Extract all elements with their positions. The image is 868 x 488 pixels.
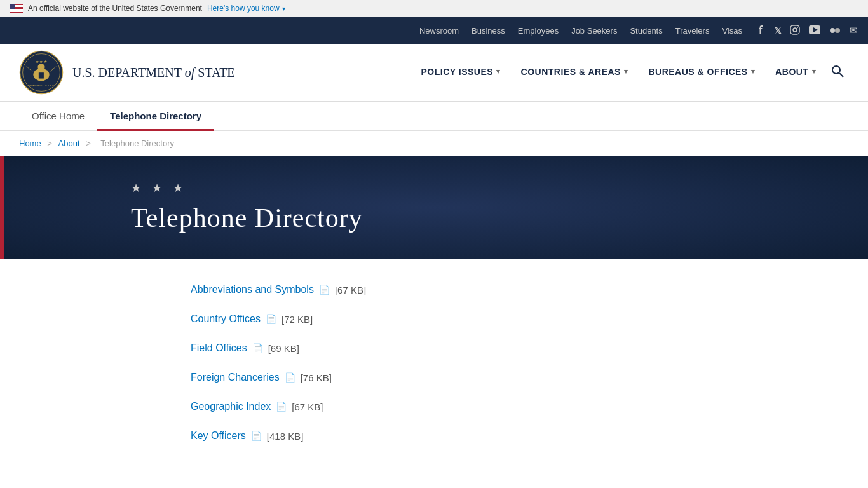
site-header: ★ ★ ★ DEPARTMENT OF STATE U.S. DEPARTMEN… xyxy=(0,44,868,102)
svg-point-9 xyxy=(793,28,797,32)
breadcrumb-separator-2: > xyxy=(86,139,93,148)
tab-telephone-directory[interactable]: Telephone Directory xyxy=(97,102,214,131)
heres-how-you-know-link[interactable]: Here's how you know ▾ xyxy=(207,4,285,13)
pdf-icon-country-offices: 📄 xyxy=(266,314,276,324)
country-offices-link[interactable]: Country Offices xyxy=(191,313,261,325)
svg-point-14 xyxy=(835,28,840,33)
file-size-country-offices: [72 KB] xyxy=(281,314,313,325)
nav-about[interactable]: ABOUT ▾ xyxy=(765,62,826,84)
svg-rect-7 xyxy=(10,4,15,9)
svg-rect-6 xyxy=(10,11,23,12)
gov-banner: An official website of the United States… xyxy=(0,0,868,17)
svg-text:DEPARTMENT OF STATE: DEPARTMENT OF STATE xyxy=(28,85,55,87)
nav-policy-issues[interactable]: POLICY ISSUES ▾ xyxy=(410,62,510,84)
youtube-icon[interactable] xyxy=(809,25,820,36)
top-nav: Newsroom Business Employees Job Seekers … xyxy=(0,17,868,44)
page-title: Telephone Directory xyxy=(131,203,363,233)
svg-point-18 xyxy=(37,64,44,71)
countries-areas-chevron-icon: ▾ xyxy=(624,67,628,76)
file-size-field-offices: [69 KB] xyxy=(268,343,299,354)
geographic-index-link[interactable]: Geographic Index xyxy=(191,401,271,412)
dept-name: U.S. DEPARTMENT of STATE xyxy=(72,65,235,80)
doc-link-country-offices: Country Offices 📄 [72 KB] xyxy=(191,313,849,325)
pdf-icon-key-officers: 📄 xyxy=(251,431,262,441)
breadcrumb-about-link[interactable]: About xyxy=(58,139,80,148)
svg-point-22 xyxy=(832,66,840,74)
heres-how-link-text: Here's how you know xyxy=(207,4,280,13)
doc-link-abbreviations: Abbreviations and Symbols 📄 [67 KB] xyxy=(191,284,849,295)
gov-banner-text: An official website of the United States… xyxy=(28,4,202,13)
sub-nav: Office Home Telephone Directory xyxy=(0,102,868,131)
field-offices-link[interactable]: Field Offices xyxy=(191,342,247,354)
newsroom-link[interactable]: Newsroom xyxy=(419,26,459,36)
social-icons: 𝕏 ✉ xyxy=(756,25,858,37)
us-flag-icon xyxy=(10,4,23,13)
pdf-icon-geographic-index: 📄 xyxy=(276,402,287,412)
tab-office-home[interactable]: Office Home xyxy=(19,102,97,131)
banner-chevron-icon: ▾ xyxy=(282,5,285,12)
hero-stars: ★ ★ ★ xyxy=(131,181,363,195)
twitter-icon[interactable]: 𝕏 xyxy=(775,26,781,36)
svg-rect-8 xyxy=(790,25,799,34)
svg-rect-19 xyxy=(39,72,44,79)
facebook-icon[interactable] xyxy=(756,25,766,37)
flickr-icon[interactable] xyxy=(829,25,841,36)
abbreviations-link[interactable]: Abbreviations and Symbols xyxy=(191,284,314,295)
business-link[interactable]: Business xyxy=(471,26,505,36)
file-size-foreign-chanceries: [76 KB] xyxy=(301,372,332,383)
file-size-abbreviations: [67 KB] xyxy=(335,285,366,295)
file-size-key-officers: [418 KB] xyxy=(267,431,304,442)
state-dept-seal: ★ ★ ★ DEPARTMENT OF STATE xyxy=(19,50,64,95)
nav-bureaus-offices[interactable]: BUREAUS & OFFICES ▾ xyxy=(638,62,765,84)
nav-divider xyxy=(749,24,749,37)
policy-issues-chevron-icon: ▾ xyxy=(496,67,501,76)
visas-link[interactable]: Visas xyxy=(722,26,742,36)
email-icon[interactable]: ✉ xyxy=(850,25,858,36)
doc-link-field-offices: Field Offices 📄 [69 KB] xyxy=(191,342,849,354)
nav-countries-areas[interactable]: COUNTRIES & AREAS ▾ xyxy=(511,62,639,84)
top-nav-links: Newsroom Business Employees Job Seekers … xyxy=(419,26,742,36)
pdf-icon-field-offices: 📄 xyxy=(252,343,263,353)
file-size-geographic-index: [67 KB] xyxy=(292,402,323,412)
content-area: Abbreviations and Symbols 📄 [67 KB] Coun… xyxy=(0,259,868,485)
search-button[interactable] xyxy=(826,60,849,86)
students-link[interactable]: Students xyxy=(630,26,662,36)
pdf-icon-abbreviations: 📄 xyxy=(319,285,330,295)
doc-link-geographic-index: Geographic Index 📄 [67 KB] xyxy=(191,401,849,412)
svg-rect-4 xyxy=(10,9,23,10)
job-seekers-link[interactable]: Job Seekers xyxy=(571,26,617,36)
svg-line-23 xyxy=(839,73,843,77)
svg-point-10 xyxy=(797,27,798,28)
travelers-link[interactable]: Travelers xyxy=(675,26,710,36)
breadcrumb-separator-1: > xyxy=(47,139,54,148)
breadcrumb-current: Telephone Directory xyxy=(100,139,174,148)
foreign-chanceries-link[interactable]: Foreign Chanceries xyxy=(191,372,280,383)
doc-link-key-officers: Key Officers 📄 [418 KB] xyxy=(191,430,849,442)
breadcrumb: Home > About > Telephone Directory xyxy=(0,131,868,156)
doc-link-foreign-chanceries: Foreign Chanceries 📄 [76 KB] xyxy=(191,372,849,383)
svg-text:★ ★ ★: ★ ★ ★ xyxy=(36,60,47,64)
main-nav: POLICY ISSUES ▾ COUNTRIES & AREAS ▾ BURE… xyxy=(410,60,849,86)
about-chevron-icon: ▾ xyxy=(812,67,817,76)
breadcrumb-home-link[interactable]: Home xyxy=(19,139,41,148)
bureaus-offices-chevron-icon: ▾ xyxy=(751,67,756,76)
svg-rect-5 xyxy=(10,10,23,11)
logo-area: ★ ★ ★ DEPARTMENT OF STATE U.S. DEPARTMEN… xyxy=(19,50,235,95)
key-officers-link[interactable]: Key Officers xyxy=(191,430,246,442)
svg-point-13 xyxy=(830,28,835,33)
employees-link[interactable]: Employees xyxy=(518,26,559,36)
pdf-icon-foreign-chanceries: 📄 xyxy=(285,372,295,383)
hero-inner: ★ ★ ★ Telephone Directory xyxy=(131,181,363,233)
instagram-icon[interactable] xyxy=(790,25,800,37)
hero-section: ★ ★ ★ Telephone Directory xyxy=(0,156,868,259)
